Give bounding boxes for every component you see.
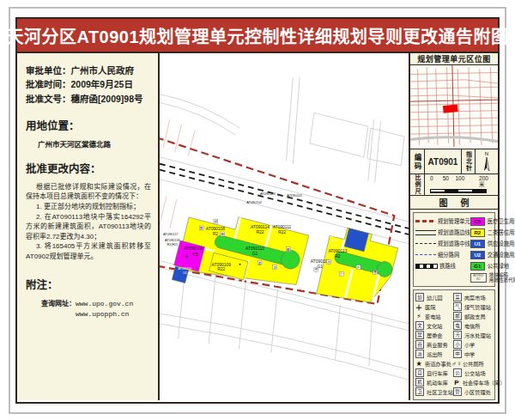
legend-icon-glyph: 公 xyxy=(453,368,462,377)
query-url: www.upo.gov.cn xyxy=(76,299,133,310)
legend-icon-glyph: 菜 xyxy=(453,293,462,301)
approval-unit-label: 审批单位： xyxy=(26,65,71,76)
title-bar: 天河分区AT0901规划管理单元控制性详细规划导则更改通告附图 xyxy=(17,19,498,53)
unit-boundary-sample xyxy=(415,220,436,222)
legend-title: 图 例 xyxy=(410,196,498,210)
approval-doc-value: 穗府函[2009]98号 xyxy=(71,94,143,104)
document-frame: 天河分区AT0901规划管理单元控制性详细规划导则更改通告附图 审批单位：广州市… xyxy=(15,17,500,404)
svg-text:U2: U2 xyxy=(332,238,337,242)
north-arrow-icon: N xyxy=(478,149,495,173)
svg-text:R22: R22 xyxy=(278,230,286,234)
changes-item: 1. 更正部分地块的规划控制指标； xyxy=(26,202,151,212)
label-p105: AT090105 xyxy=(178,267,191,271)
changes-text: 根据已批修详规和实际建设情况，在保持本项目总建筑面积不变的情况下： 1. 更正部… xyxy=(26,182,151,262)
legend-icon-glyph: ♂♀ xyxy=(453,360,460,367)
sub-road-sample xyxy=(415,254,436,255)
url-list: www.upo.gov.cnwww.upopph.cn xyxy=(76,299,133,321)
legend-icon-row: 中 中学 xyxy=(453,350,506,359)
legend-icon-glyph: 小 xyxy=(453,340,462,349)
approval-time-value: 2009年9月25日 xyxy=(71,79,133,89)
mini-map-svg xyxy=(410,65,498,149)
legend-icon-glyph: 机 xyxy=(415,378,424,387)
legend-icon-row: 气 煤气管理站 xyxy=(453,302,506,312)
icon-legend-left: 幼 幼儿园 ＋ 医院 ⚡ 变电站 文 文化站 xyxy=(415,293,453,397)
main-map: AT090108 R2 AT090114 R22 AT090111 R22 AT… xyxy=(160,53,409,400)
label-p106: AT090106 xyxy=(184,247,203,251)
svg-text:商: 商 xyxy=(221,232,224,236)
notes-heading: 附注： xyxy=(26,276,151,292)
scale-label: 比例尺 xyxy=(413,174,421,195)
legend-panel: 规划管理单元区位图 xyxy=(409,53,498,400)
scale-ticks: 0 50 100 200米 xyxy=(430,176,493,187)
scale-bar-graphic xyxy=(430,189,487,193)
legend-icon-glyph: 管 xyxy=(453,387,462,396)
legend-icon-glyph: 自 xyxy=(415,368,424,377)
svg-text:N: N xyxy=(485,151,488,156)
query-url-block: 查询网址：www.upo.gov.cnwww.upopph.cn xyxy=(41,299,151,321)
legend-icon-row: 卫 社区卫生站 xyxy=(415,387,453,397)
legend-icon-glyph: 邮 xyxy=(453,312,462,320)
label-p110: AT090110 xyxy=(245,247,264,251)
svg-text:小: 小 xyxy=(340,271,343,276)
legend-icon-row: 邮 邮政支局 xyxy=(453,312,506,321)
legend-icon-row: 小 小学 xyxy=(453,340,506,350)
road-edge-sample xyxy=(415,230,436,235)
approval-unit-value: 广州市人民政府 xyxy=(71,65,135,76)
legend-icon-row: P 社会停车场（库） xyxy=(453,378,506,387)
label-p111: AT090111 xyxy=(273,225,292,229)
changes-list: 1. 更正部分地块的规划控制指标；2. 在AT090113地块中落实164292… xyxy=(26,202,151,262)
svg-text:U1: U1 xyxy=(183,271,187,275)
legend-icon-row: 机 机动车库 xyxy=(415,378,453,387)
location-mini-map xyxy=(410,65,498,149)
legend-icon-row: 幼 幼儿园 xyxy=(415,293,453,302)
legend-icon-row: 自 自行车库 xyxy=(415,368,453,378)
legend-icon-row: 派 派出所 xyxy=(415,350,453,359)
parcel-code-note: AT0901R2 地块编码 用地性质代码 xyxy=(470,272,515,283)
legend-lines-zones: 规划管理单元 规划道路边线 规划道路中线 细分路网 铁路线 C5医疗卫生用地 R… xyxy=(413,212,495,287)
zone-legend: C5医疗卫生用地 R2二类居住用地 U1供应设施用地 U2交通设施用地 G1公共… xyxy=(470,216,515,283)
main-map-panel: AT090108 R2 AT090114 R22 AT090111 R22 AT… xyxy=(160,53,409,400)
legend-icon-row: 居 居委会 xyxy=(415,331,453,340)
svg-text:C5: C5 xyxy=(192,253,198,257)
legend-facility-icons: 幼 幼儿园 ＋ 医院 ⚡ 变电站 文 文化站 xyxy=(413,289,495,400)
unit-highlight xyxy=(443,105,458,113)
info-panel: 审批单位：广州市人民政府 批准时间：2009年9月25日 批准文号：穗府函[20… xyxy=(17,53,160,400)
icon-legend-right: 菜 肉菜市场 气 煤气管理站 邮 邮政支局 电 电信所 xyxy=(453,293,506,397)
approval-unit-row: 审批单位：广州市人民政府 xyxy=(26,64,151,77)
legend-icon-row: 污 污水处理站 xyxy=(453,331,506,340)
code-label: 编码 xyxy=(412,154,422,170)
svg-text:R22: R22 xyxy=(217,267,225,271)
legend-icon-row: ⚡ 变电站 xyxy=(415,312,453,321)
location-heading: 用地位置： xyxy=(26,117,151,133)
legend-icon-glyph: 污 xyxy=(453,331,462,339)
legend-icon-row: 管 小区管理处 xyxy=(453,387,506,397)
legend-icon-glyph: ＋ xyxy=(415,303,422,310)
query-url: www.upopph.cn xyxy=(76,309,133,320)
toilet-icon: ♂♀ xyxy=(332,243,337,247)
legend-icon-glyph: ★ xyxy=(415,360,422,367)
legend-icon-glyph: 电 xyxy=(453,321,462,330)
legend-icon-row: 文 文化站 xyxy=(415,321,453,331)
legend-icon-row: ★ 街道办事处 xyxy=(415,359,453,368)
hospital-cross-icon: ＋ xyxy=(185,254,189,259)
label-p113: AT090113 xyxy=(328,249,347,253)
changes-intro: 根据已批修详规和实际建设情况，在保持本项目总建筑面积不变的情况下： xyxy=(26,182,151,202)
label-p102: AT090102 xyxy=(246,200,262,204)
label-p103: AT090103 xyxy=(260,192,276,196)
legend-icon-glyph: 幼 xyxy=(415,293,424,301)
scale-row: 比例尺 0 50 100 200米 xyxy=(410,174,498,196)
svg-text:中: 中 xyxy=(314,267,318,271)
changes-heading: 批准更改内容： xyxy=(26,160,151,176)
changes-item: 2. 在AT090113地块中落实164292平方米的新建建筑面积，AT0901… xyxy=(26,212,151,242)
legend-icon-row: ♂♀ 公共厕所 xyxy=(453,359,506,368)
chip-g1: G1 xyxy=(470,262,485,271)
legend-icon-row: 菜 肉菜市场 xyxy=(453,293,506,302)
legend-icon-glyph: 气 xyxy=(453,302,462,311)
location-map-title: 规划管理单元区位图 xyxy=(410,53,498,65)
legend-icon-glyph: 派 xyxy=(415,350,424,358)
compass-label: 指北针 xyxy=(464,151,473,172)
changes-item: 3. 将165405平方米建筑面积转移至AT0902规划管理单元。 xyxy=(26,241,151,261)
svg-text:污: 污 xyxy=(327,260,330,265)
legend-icon-glyph: 居 xyxy=(415,331,424,339)
chip-u2: U2 xyxy=(470,251,485,259)
